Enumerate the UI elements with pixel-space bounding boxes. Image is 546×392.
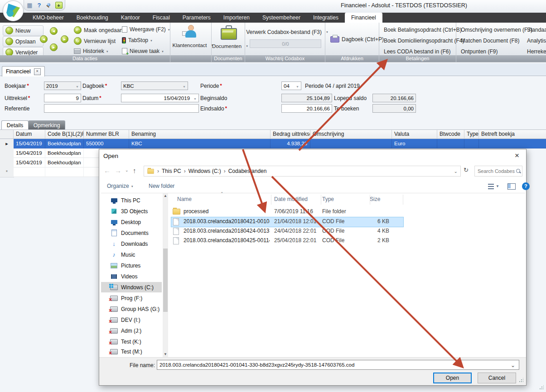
matchen-document-button[interactable]: Matchen Document (F8) [459,37,522,45]
calculator-icon[interactable] [27,2,33,9]
tree-item-windows-c[interactable]: Windows (C:) [101,282,162,292]
tree-item-group-has-g[interactable]: Group HAS (G:) [101,304,162,314]
view-list-icon[interactable] [488,184,494,189]
tree-item-this-pc[interactable]: This PC [101,195,162,206]
file-row-processed[interactable]: processed [184,208,270,215]
grid-cell[interactable] [464,139,479,148]
periode-combo[interactable]: 04 [281,81,301,90]
grid-cell[interactable]: Boekhoudplan [45,139,84,148]
herreken-button[interactable]: Herreken [525,48,546,56]
column-divider[interactable] [370,195,370,205]
tree-item-dev-i[interactable]: DEV (I:) [101,315,162,325]
open-button[interactable]: Open [433,373,472,383]
grid-cell[interactable] [310,139,392,148]
grid-cell[interactable]: 15/04/2019 [14,158,45,167]
pin-icon[interactable] [46,2,52,9]
grid-header-betreft[interactable]: Betreft boekja [479,129,546,139]
search-input[interactable] [477,168,516,174]
grid-cell[interactable] [45,167,84,177]
list-header-size[interactable]: Size [370,196,380,202]
help-icon[interactable] [36,2,43,9]
klantencontact-button[interactable]: Klantencontact [171,42,215,49]
organize-button[interactable]: Organize [107,183,134,189]
preview-pane-icon[interactable] [507,183,516,190]
refresh-icon[interactable]: ↻ [464,167,469,173]
grid-header-datum[interactable]: Datum [14,129,45,139]
row-selector[interactable] [0,158,14,168]
tree-item-test-k[interactable]: Test (K:) [101,336,162,347]
list-header-name[interactable]: Name [177,196,192,202]
nav-next-icon[interactable] [50,43,58,51]
tree-item-videos[interactable]: Videos [101,271,162,282]
back-icon[interactable]: ← [104,167,111,174]
new-folder-button[interactable]: New folder [149,183,174,189]
uittreksel-field[interactable]: 9 [44,94,81,102]
search-box[interactable] [474,166,522,177]
tree-item-test-m[interactable]: Test (M:) [101,347,162,356]
omschrijving-overnemen-button[interactable]: Omschrijving overnemen (F7) [459,26,535,34]
file-row-cod-1[interactable]: 2018.003.crelancda20180421-001041-330-..… [184,218,270,225]
forward-icon[interactable]: → [115,167,121,174]
boek-domicilieringsopdracht-button[interactable]: Boek Domicilieringsopdracht (F4) [382,37,466,45]
grid-cell[interactable]: Boekhoudplan [45,148,84,158]
address-dropdown-icon[interactable]: ⌄ [454,169,458,174]
adsolut-logo[interactable] [3,0,24,21]
filename-input[interactable] [157,362,507,368]
grid-header-omschrijving[interactable]: Omschrijving [310,129,392,139]
close-icon[interactable]: × [512,151,522,161]
documenten-button[interactable]: Documenten [212,43,249,50]
grid-cell[interactable]: 550000 [84,139,129,148]
filename-combo[interactable] [157,360,519,370]
verwerk-codabox-button[interactable]: Verwerk Codabox-bestand (F3) [247,28,328,36]
grid-header-benaming[interactable]: Benaming [129,129,271,139]
list-header-type[interactable]: Type [322,196,334,202]
eindsaldo-field[interactable]: 20.166,66 [281,104,332,113]
grid-cell[interactable] [14,167,45,177]
column-divider[interactable] [321,195,321,205]
scroll-down-icon[interactable]: ▼ [163,352,168,357]
document-tab-financieel[interactable]: Financieel [2,66,45,76]
breadcrumb-codabestanden[interactable]: Codabestanden [228,168,267,174]
tree-item-downloads[interactable]: Downloads [101,239,162,249]
grid-header-type[interactable]: Type [464,129,479,139]
add-icon[interactable] [55,2,63,9]
nav-previous-icon[interactable] [50,27,58,35]
dagboek-combo[interactable]: KBC [121,81,188,90]
tree-item-adm-j[interactable]: Adm (J:) [101,325,162,336]
grid-cell[interactable] [479,139,546,148]
list-header-modified[interactable]: Date modified [274,196,308,202]
grid-cell[interactable] [437,139,464,148]
historiek-button[interactable]: Historiek [72,47,111,55]
grid-cell[interactable]: KBC [129,139,271,148]
boekjaar-combo[interactable]: 2019 [44,81,81,90]
nieuwe-taak-button[interactable]: Nieuwe taak [120,47,166,55]
dialog-help-icon[interactable] [522,182,530,190]
boek-betalingsopdracht-button[interactable]: Boek Betalingsopdracht (Ctrl+B) [382,26,464,34]
grid-header-nummer-blr[interactable]: Nummer BLR [84,129,129,139]
column-divider[interactable] [403,195,403,205]
standaard-button[interactable]: Standaar [525,26,546,34]
nav-last-icon[interactable] [61,35,68,43]
grid-cell[interactable]: 15/04/2019 [14,139,45,148]
tree-item-3d-objects[interactable]: 3D Objects [101,206,162,216]
tree-scrollbar[interactable]: ▲ ▼ [163,193,168,357]
datum-field[interactable]: 15/04/2019 [121,94,199,102]
opslaan-button[interactable]: Opslaan [3,36,43,47]
tree-item-pictures[interactable]: Pictures [101,260,162,271]
row-selector-new[interactable]: * [0,167,14,177]
nieuw-button[interactable]: Nieuw [3,25,43,36]
close-tab-icon[interactable] [34,68,41,75]
scroll-up-icon[interactable]: ▲ [163,193,168,199]
breadcrumb-windows-c[interactable]: Windows (C:) [188,168,221,174]
scrollbar-thumb[interactable] [163,249,168,312]
tabstop-button[interactable]: TabStop [120,36,155,44]
grid-cell[interactable]: 15/04/2019 [14,148,45,158]
grid-cell[interactable]: Boekhoudplan [45,158,84,167]
resize-grip[interactable] [519,378,523,382]
vernieuw-lijst-button[interactable]: Vernieuw lijst [72,36,118,46]
grid-header-btwcode[interactable]: Btwcode [437,129,464,139]
up-icon[interactable]: ↑ [133,167,136,174]
grid-cell[interactable]: Euro [392,139,437,148]
chevron-down-icon[interactable]: ▼ [496,184,499,188]
tab-opmerking[interactable]: Opmerking [28,120,65,130]
